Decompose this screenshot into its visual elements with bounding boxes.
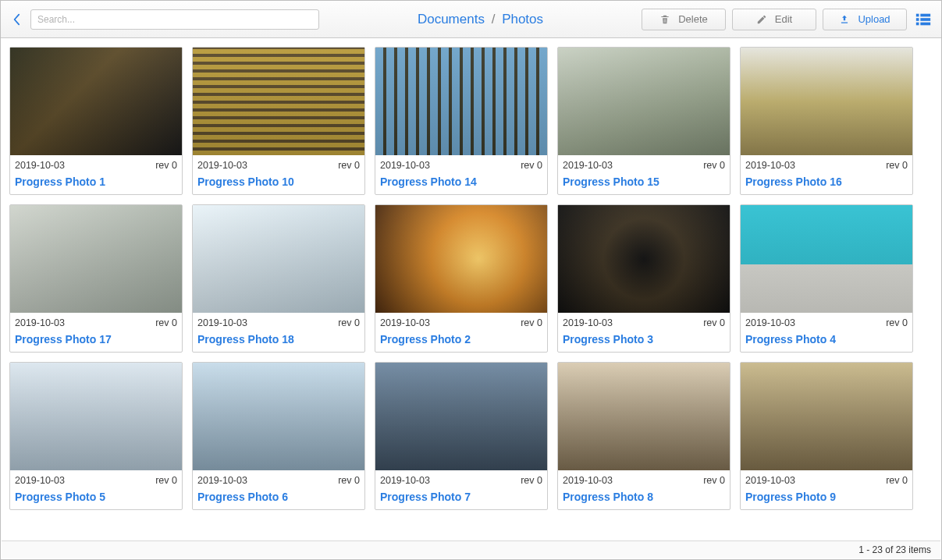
search-input[interactable] xyxy=(30,9,319,30)
photo-meta: 2019-10-03rev 0 xyxy=(558,470,730,487)
photo-thumbnail xyxy=(741,48,912,155)
photo-card[interactable]: 2019-10-03rev 0Progress Photo 1 xyxy=(9,47,183,195)
photo-title: Progress Photo 15 xyxy=(558,172,730,194)
photo-thumbnail xyxy=(741,363,912,470)
photo-rev: rev 0 xyxy=(521,317,542,328)
photo-card[interactable]: 2019-10-03rev 0Progress Photo 9 xyxy=(740,362,913,510)
delete-label: Delete xyxy=(678,13,708,25)
photo-title: Progress Photo 2 xyxy=(375,330,547,352)
upload-button[interactable]: Upload xyxy=(823,9,907,30)
photo-rev: rev 0 xyxy=(886,317,908,328)
photo-rev: rev 0 xyxy=(338,160,360,171)
photo-rev: rev 0 xyxy=(155,160,177,171)
photo-card[interactable]: 2019-10-03rev 0Progress Photo 10 xyxy=(192,47,365,195)
photo-date: 2019-10-03 xyxy=(563,475,613,486)
photo-card[interactable]: 2019-10-03rev 0Progress Photo 7 xyxy=(375,362,548,510)
photo-date: 2019-10-03 xyxy=(745,317,795,328)
photo-meta: 2019-10-03rev 0 xyxy=(741,470,912,487)
photo-meta: 2019-10-03rev 0 xyxy=(10,313,182,330)
photo-title: Progress Photo 10 xyxy=(193,172,364,194)
content-scroll[interactable]: 2019-10-03rev 0Progress Photo 12019-10-0… xyxy=(2,39,940,540)
photo-meta: 2019-10-03rev 0 xyxy=(10,470,182,487)
list-icon xyxy=(915,11,932,28)
photo-card[interactable]: 2019-10-03rev 0Progress Photo 6 xyxy=(192,362,365,510)
photo-rev: rev 0 xyxy=(521,475,542,486)
photo-meta: 2019-10-03rev 0 xyxy=(193,470,364,487)
photo-meta: 2019-10-03rev 0 xyxy=(558,155,730,172)
photo-thumbnail xyxy=(375,205,547,313)
photo-card[interactable]: 2019-10-03rev 0Progress Photo 2 xyxy=(375,204,548,353)
photo-meta: 2019-10-03rev 0 xyxy=(375,470,547,487)
photo-thumbnail xyxy=(558,205,730,313)
photo-rev: rev 0 xyxy=(886,160,908,171)
breadcrumb-current[interactable]: Photos xyxy=(502,12,543,27)
breadcrumb-root[interactable]: Documents xyxy=(418,12,485,27)
photo-date: 2019-10-03 xyxy=(745,160,795,171)
upload-icon xyxy=(839,14,850,25)
photo-date: 2019-10-03 xyxy=(197,475,247,486)
toolbar-buttons: Delete Edit Upload xyxy=(642,9,933,30)
photo-title: Progress Photo 5 xyxy=(10,487,182,509)
photo-meta: 2019-10-03rev 0 xyxy=(741,313,912,330)
svg-rect-3 xyxy=(920,18,930,21)
photo-rev: rev 0 xyxy=(521,160,542,171)
photo-date: 2019-10-03 xyxy=(197,160,247,171)
photo-rev: rev 0 xyxy=(155,475,177,486)
photo-meta: 2019-10-03rev 0 xyxy=(558,313,730,330)
photo-card[interactable]: 2019-10-03rev 0Progress Photo 14 xyxy=(375,47,548,195)
photo-card[interactable]: 2019-10-03rev 0Progress Photo 18 xyxy=(192,204,365,353)
photo-title: Progress Photo 1 xyxy=(10,172,182,194)
edit-button[interactable]: Edit xyxy=(732,9,816,30)
photo-thumbnail xyxy=(10,48,182,155)
photo-card[interactable]: 2019-10-03rev 0Progress Photo 17 xyxy=(9,204,183,353)
photo-meta: 2019-10-03rev 0 xyxy=(193,313,364,330)
photo-title: Progress Photo 4 xyxy=(741,330,912,352)
photo-thumbnail xyxy=(10,205,182,313)
photo-title: Progress Photo 8 xyxy=(558,487,730,509)
photo-meta: 2019-10-03rev 0 xyxy=(375,313,547,330)
photo-card[interactable]: 2019-10-03rev 0Progress Photo 16 xyxy=(740,47,913,195)
photo-meta: 2019-10-03rev 0 xyxy=(193,155,364,172)
back-button[interactable] xyxy=(9,9,24,30)
photo-rev: rev 0 xyxy=(338,475,360,486)
photo-date: 2019-10-03 xyxy=(380,317,430,328)
photo-date: 2019-10-03 xyxy=(563,317,613,328)
photo-title: Progress Photo 6 xyxy=(193,487,364,509)
photo-date: 2019-10-03 xyxy=(15,475,65,486)
photo-thumbnail xyxy=(193,48,364,155)
photo-date: 2019-10-03 xyxy=(745,475,795,486)
photo-rev: rev 0 xyxy=(338,317,360,328)
photo-card[interactable]: 2019-10-03rev 0Progress Photo 3 xyxy=(557,204,730,353)
photo-title: Progress Photo 7 xyxy=(375,487,547,509)
photo-card[interactable]: 2019-10-03rev 0Progress Photo 8 xyxy=(557,362,730,510)
photo-date: 2019-10-03 xyxy=(15,160,65,171)
photo-rev: rev 0 xyxy=(703,160,725,171)
photo-rev: rev 0 xyxy=(886,475,908,486)
list-view-toggle[interactable] xyxy=(913,9,933,30)
photo-rev: rev 0 xyxy=(703,317,725,328)
status-text: 1 - 23 of 23 items xyxy=(858,544,931,555)
photo-rev: rev 0 xyxy=(155,317,177,328)
svg-rect-4 xyxy=(916,22,919,25)
svg-rect-1 xyxy=(920,13,930,16)
photo-title: Progress Photo 17 xyxy=(10,330,182,352)
photo-date: 2019-10-03 xyxy=(197,317,247,328)
photo-thumbnail xyxy=(375,363,547,470)
photo-thumbnail xyxy=(193,363,364,470)
photo-meta: 2019-10-03rev 0 xyxy=(10,155,182,172)
photo-meta: 2019-10-03rev 0 xyxy=(375,155,547,172)
photo-title: Progress Photo 9 xyxy=(741,487,912,509)
photo-card[interactable]: 2019-10-03rev 0Progress Photo 5 xyxy=(9,362,183,510)
photo-grid: 2019-10-03rev 0Progress Photo 12019-10-0… xyxy=(6,44,937,513)
photo-title: Progress Photo 3 xyxy=(558,330,730,352)
delete-button[interactable]: Delete xyxy=(642,9,726,30)
photo-card[interactable]: 2019-10-03rev 0Progress Photo 4 xyxy=(740,204,913,353)
svg-rect-2 xyxy=(916,18,919,21)
photo-title: Progress Photo 14 xyxy=(375,172,547,194)
svg-rect-0 xyxy=(916,13,919,16)
photo-date: 2019-10-03 xyxy=(563,160,613,171)
photo-thumbnail xyxy=(375,48,547,155)
photo-title: Progress Photo 18 xyxy=(193,330,364,352)
pencil-icon xyxy=(756,14,767,25)
photo-card[interactable]: 2019-10-03rev 0Progress Photo 15 xyxy=(557,47,730,195)
